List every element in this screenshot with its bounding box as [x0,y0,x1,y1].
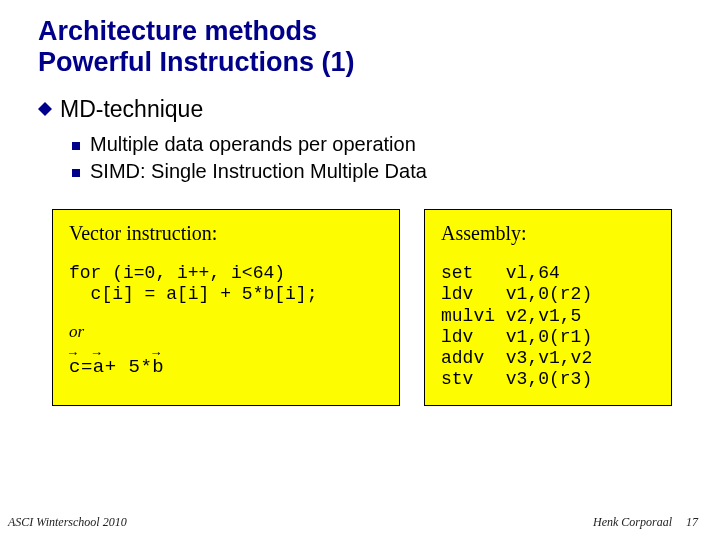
svg-marker-0 [38,102,52,116]
bullet-md-technique-label: MD-technique [60,96,203,123]
vector-expression: →c = →a + 5* →b [69,356,383,378]
title-line-1: Architecture methods [38,16,317,46]
title-line-2: Powerful Instructions (1) [38,47,355,77]
slide-footer: ASCI Winterschool 2010 Henk Corporaal 17 [0,515,720,530]
bullet-md-technique: MD-technique [38,96,690,123]
vector-b: →b [152,356,164,378]
vector-mid: + 5* [105,356,153,378]
arrow-icon: → [69,347,77,360]
vector-code: for (i=0, i++, i<64) c[i] = a[i] + 5*b[i… [69,263,383,305]
square-icon [72,142,80,150]
footer-page-number: 17 [686,515,698,530]
footer-author: Henk Corporaal [593,515,672,530]
code-boxes-row: Vector instruction: for (i=0, i++, i<64)… [38,209,690,405]
footer-right: Henk Corporaal 17 [593,515,698,530]
assembly-box-title: Assembly: [441,222,655,245]
vector-box-title: Vector instruction: [69,222,383,245]
slide-root: Architecture methods Powerful Instructio… [0,0,720,540]
or-label: or [69,322,383,342]
sub-bullet-list: Multiple data operands per operation SIM… [38,133,690,183]
arrow-icon: → [152,347,160,360]
diamond-icon [38,102,52,116]
square-icon [72,169,80,177]
assembly-code: set vl,64 ldv v1,0(r2) mulvi v2,v1,5 ldv… [441,263,655,390]
sub-bullet-1-label: Multiple data operands per operation [90,133,416,156]
vector-eq: = [81,356,93,378]
footer-left: ASCI Winterschool 2010 [8,515,127,530]
vector-c: →c [69,356,81,378]
sub-bullet-1: Multiple data operands per operation [72,133,690,156]
slide-title: Architecture methods Powerful Instructio… [38,16,690,78]
assembly-box: Assembly: set vl,64 ldv v1,0(r2) mulvi v… [424,209,672,405]
vector-a: →a [93,356,105,378]
vector-instruction-box: Vector instruction: for (i=0, i++, i<64)… [52,209,400,405]
sub-bullet-2-label: SIMD: Single Instruction Multiple Data [90,160,427,183]
sub-bullet-2: SIMD: Single Instruction Multiple Data [72,160,690,183]
arrow-icon: → [93,347,101,360]
